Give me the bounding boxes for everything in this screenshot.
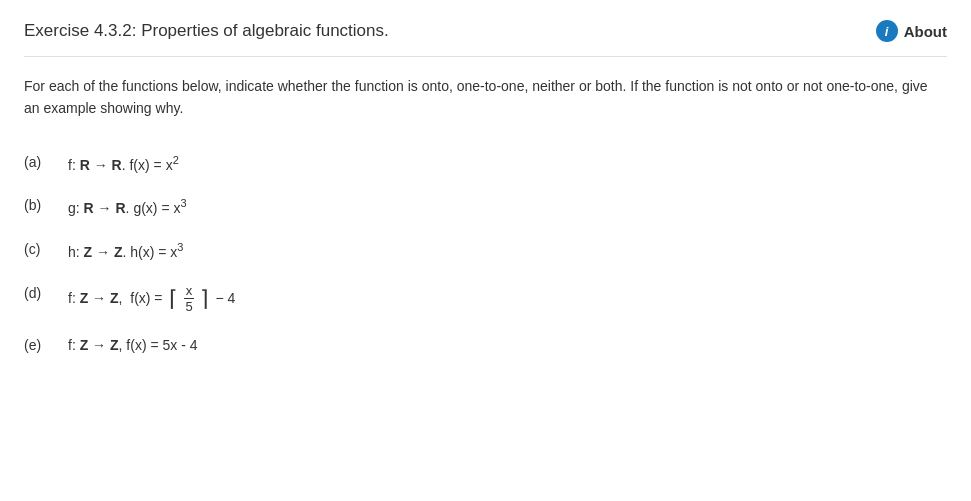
codomain-c: Z	[114, 244, 123, 260]
list-item: (d) f: Z → Z, f(x) = ⌈ x 5 ⌉ − 4	[24, 273, 947, 325]
info-icon: i	[876, 20, 898, 42]
exercise-list: (a) f: R → R. f(x) = x2 (b) g: R → R. g(…	[24, 142, 947, 366]
item-label-b: (b)	[24, 195, 68, 213]
item-label-d: (d)	[24, 283, 68, 301]
page-title: Exercise 4.3.2: Properties of algebraic …	[24, 21, 389, 41]
codomain-a: R	[112, 156, 122, 172]
list-item: (c) h: Z → Z. h(x) = x3	[24, 229, 947, 273]
domain-c: Z	[84, 244, 93, 260]
codomain-b: R	[115, 200, 125, 216]
list-item: (e) f: Z → Z, f(x) = 5x - 4	[24, 325, 947, 366]
codomain-d: Z	[110, 290, 119, 306]
item-content-c: h: Z → Z. h(x) = x3	[68, 239, 183, 263]
domain-d: Z	[80, 290, 89, 306]
fraction-d: x 5	[183, 283, 194, 315]
left-ceiling-d: ⌈	[169, 288, 178, 310]
item-content-d: f: Z → Z, f(x) = ⌈ x 5 ⌉ − 4	[68, 283, 235, 315]
math-expr-d: f(x) = ⌈ x 5 ⌉ − 4	[130, 283, 235, 315]
item-content-e: f: Z → Z, f(x) = 5x - 4	[68, 335, 198, 356]
codomain-e: Z	[110, 337, 119, 353]
domain-b: R	[84, 200, 94, 216]
page-container: Exercise 4.3.2: Properties of algebraic …	[0, 0, 971, 386]
list-item: (a) f: R → R. f(x) = x2	[24, 142, 947, 186]
item-content-b: g: R → R. g(x) = x3	[68, 195, 187, 219]
page-header: Exercise 4.3.2: Properties of algebraic …	[24, 20, 947, 57]
about-label: About	[904, 23, 947, 40]
description-text: For each of the functions below, indicat…	[24, 75, 947, 120]
list-item: (b) g: R → R. g(x) = x3	[24, 185, 947, 229]
item-label-c: (c)	[24, 239, 68, 257]
domain-a: R	[80, 156, 90, 172]
domain-e: Z	[80, 337, 89, 353]
about-button[interactable]: i About	[876, 20, 947, 42]
item-label-a: (a)	[24, 152, 68, 170]
right-ceiling-d: ⌉	[200, 288, 209, 310]
item-label-e: (e)	[24, 335, 68, 353]
item-content-a: f: R → R. f(x) = x2	[68, 152, 179, 176]
